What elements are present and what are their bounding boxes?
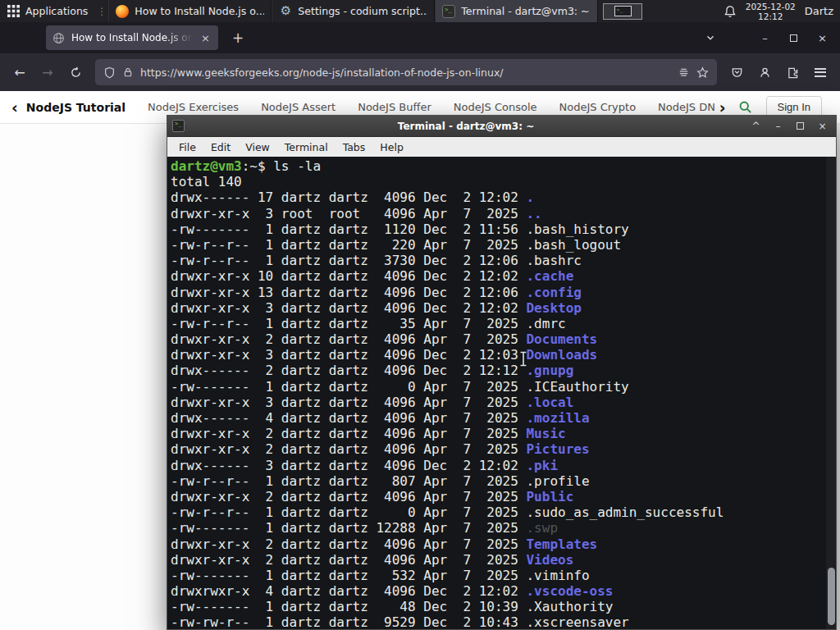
menu-icon[interactable] [807, 59, 833, 85]
terminal-menu-item[interactable]: File [171, 141, 203, 153]
terminal-window: Terminal - dartz@vm3: ~ ^ – × FileEditVi… [167, 115, 837, 630]
listing-meta: drwxr-xr-x 2 dartz dartz 4096 Apr 7 2025 [171, 552, 526, 568]
site-nav-item[interactable]: NodeJS DNS [658, 101, 714, 113]
site-nav-items: NodeJS TutorialNodeJS ExercisesNodeJS As… [23, 101, 714, 114]
terminal-scrollbar-thumb[interactable] [828, 568, 835, 625]
panel-user-label: Dartz [805, 5, 833, 17]
site-nav-item[interactable]: NodeJS Tutorial [26, 101, 126, 114]
tab-close-icon[interactable]: × [199, 32, 212, 44]
listing-name: .pki [526, 458, 558, 473]
taskbar-button[interactable]: Terminal - dartz@vm3: ~ [435, 0, 598, 22]
listing-meta: -rw-r--r-- 1 dartz dartz 0 Apr 7 2025 [171, 504, 526, 520]
listing-meta: drwxr-xr-x 3 dartz dartz 4096 Dec 2 12:0… [171, 300, 526, 316]
listing-meta: drwxr-xr-x 2 dartz dartz 4096 Apr 7 2025 [171, 489, 526, 504]
listing-meta: drwx------ 4 dartz dartz 4096 Apr 7 2025 [171, 410, 526, 426]
listing-meta: drwx------ 2 dartz dartz 4096 Dec 2 12:1… [171, 363, 526, 378]
pocket-icon[interactable] [724, 59, 750, 85]
listing-row: -rw-r--r-- 1 dartz dartz 0 Apr 7 2025 .s… [171, 504, 824, 520]
applications-grid-icon [7, 5, 20, 17]
listing-name: .local [526, 395, 573, 410]
listing-meta: -rw-r--r-- 1 dartz dartz 35 Apr 7 2025 [171, 316, 526, 331]
listing-name: Downloads [526, 347, 597, 363]
back-button[interactable]: ← [7, 59, 33, 85]
terminal-titlebar[interactable]: Terminal - dartz@vm3: ~ ^ – × [167, 116, 836, 137]
page-globe-icon [52, 32, 65, 44]
command-text: ls -la [273, 158, 321, 174]
terminal-menu-item[interactable]: Terminal [277, 141, 336, 153]
listing-name: Templates [526, 536, 597, 552]
site-nav-item[interactable]: NodeJS Assert [261, 101, 336, 113]
terminal-maximize-button[interactable] [792, 121, 809, 132]
listing-row: -rw------- 1 dartz dartz 12288 Apr 7 202… [171, 520, 824, 536]
listing-name: Desktop [526, 300, 581, 316]
browser-maximize-button[interactable] [779, 32, 808, 44]
new-tab-button[interactable]: + [226, 30, 249, 46]
listing-row: drwxr-xr-x 13 dartz dartz 4096 Dec 2 12:… [171, 285, 824, 300]
listing-row: drwxr-xr-x 2 dartz dartz 4096 Apr 7 2025… [171, 489, 824, 504]
listing-meta: drwxr-xr-x 2 dartz dartz 4096 Apr 7 2025 [171, 331, 526, 347]
account-icon[interactable] [751, 59, 778, 85]
taskbar-button-label: How to Install Node.js o... [135, 5, 264, 17]
terminal-menubar: FileEditViewTerminalTabsHelp [167, 137, 836, 157]
terminal-menu-item[interactable]: Edit [203, 141, 238, 153]
site-nav-item[interactable]: NodeJS Buffer [358, 101, 431, 113]
url-bar[interactable]: https://www.geeksforgeeks.org/node-js/in… [95, 59, 717, 85]
forward-button[interactable]: → [34, 59, 61, 85]
terminal-scrollbar[interactable] [826, 157, 836, 629]
reload-button[interactable] [62, 59, 89, 85]
list-all-tabs-icon[interactable] [705, 32, 716, 43]
terminal-menu-item[interactable]: Tabs [336, 141, 373, 153]
taskbar-button[interactable]: How to Install Node.js o... [108, 0, 272, 22]
listing-meta: -rw------- 1 dartz dartz 532 Apr 7 2025 [171, 568, 526, 583]
lock-icon[interactable] [122, 66, 134, 78]
nav-scroll-right-icon[interactable]: › [714, 98, 731, 116]
applications-menu-button[interactable]: Applications [0, 0, 95, 22]
search-icon[interactable] [731, 100, 760, 114]
panel-grip-icon: ⋮ [95, 6, 108, 17]
terminal-menu-item[interactable]: Help [372, 141, 411, 153]
panel-time: 12:12 [746, 11, 796, 21]
listing-name: .config [526, 285, 581, 300]
listing-row: drwx------ 2 dartz dartz 4096 Dec 2 12:1… [171, 363, 824, 378]
listing-row: -rw------- 1 dartz dartz 532 Apr 7 2025 … [171, 568, 824, 583]
terminal-minimize-button[interactable]: – [769, 121, 787, 132]
panel-status-area: 2025-12-02 12:12 Dartz [724, 0, 840, 22]
taskbar-button[interactable]: Settings - codium script... [272, 0, 435, 22]
listing-name: .swp [526, 520, 558, 536]
terminal-close-button[interactable]: × [814, 121, 831, 132]
listing-name: .. [526, 206, 541, 221]
listing-name: .viminfo [526, 568, 589, 583]
workspace-switcher[interactable] [603, 3, 642, 20]
listing-name: .mozilla [526, 410, 589, 426]
listing-meta: -rw-rw-r-- 1 dartz dartz 9529 Dec 2 10:4… [171, 614, 526, 629]
listing-meta: drwxr-xr-x 3 dartz dartz 4096 Apr 7 2025 [171, 395, 526, 410]
listing-meta: -rw------- 1 dartz dartz 0 Apr 7 2025 [171, 379, 526, 395]
terminal-shade-button[interactable]: ^ [747, 121, 765, 132]
site-nav-item[interactable]: NodeJS Exercises [148, 101, 239, 113]
url-text[interactable]: https://www.geeksforgeeks.org/node-js/in… [140, 66, 671, 79]
listing-row: drwxr-xr-x 3 dartz dartz 4096 Dec 2 12:0… [171, 300, 824, 316]
site-nav-item[interactable]: NodeJS Console [454, 101, 537, 113]
nav-scroll-left-icon[interactable]: ‹ [7, 98, 23, 116]
terminal-screen[interactable]: dartz@vm3:~$ ls -la total 140 drwx------… [167, 157, 836, 629]
listing-meta: -rw-r--r-- 1 dartz dartz 220 Apr 7 2025 [171, 237, 526, 253]
terminal-menu-item[interactable]: View [238, 141, 277, 153]
panel-clock[interactable]: 2025-12-02 12:12 [746, 2, 796, 21]
listing-meta: drwxr-xr-x 3 root root 4096 Apr 7 2025 [171, 206, 526, 221]
browser-tab[interactable]: How to Install Node.js on... × [46, 25, 218, 50]
bookmark-star-icon[interactable] [696, 66, 709, 79]
browser-close-button[interactable]: × [808, 32, 837, 44]
extensions-icon[interactable] [779, 59, 806, 85]
site-nav-item[interactable]: NodeJS Crypto [559, 101, 637, 113]
listing-name: .vscode-oss [526, 583, 613, 599]
tracking-shield-icon[interactable] [103, 66, 116, 79]
terminal-title: Terminal - dartz@vm3: ~ [189, 121, 742, 132]
taskbar-button-label: Settings - codium script... [298, 5, 427, 17]
listing-name: .dmrc [526, 316, 565, 331]
browser-minimize-button[interactable]: – [751, 32, 779, 44]
reader-mode-icon[interactable] [678, 66, 690, 79]
listing-row: drwx------ 17 dartz dartz 4096 Dec 2 12:… [171, 189, 824, 205]
listing-row: drwxr-xr-x 2 dartz dartz 4096 Apr 7 2025… [171, 441, 824, 457]
listing-name: .bashrc [526, 253, 581, 268]
notifications-bell-icon[interactable] [724, 5, 737, 18]
